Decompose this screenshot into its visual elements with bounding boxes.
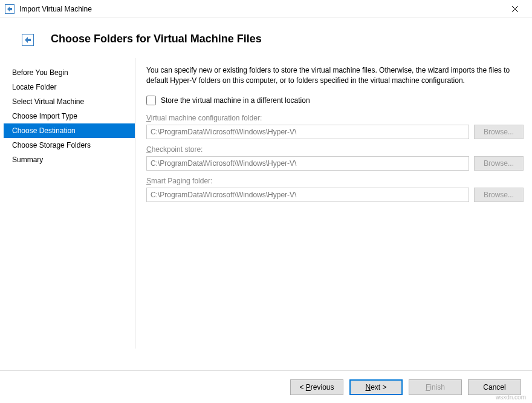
close-button[interactable] <box>503 1 527 18</box>
intro-text: You can specify new or existing folders … <box>146 65 524 86</box>
sidebar-item-before-you-begin[interactable]: Before You Begin <box>4 65 135 80</box>
smart-paging-label: Smart Paging folder: <box>146 177 524 185</box>
cancel-button[interactable]: Cancel <box>468 379 521 395</box>
smart-paging-browse-button: Browse... <box>474 188 524 202</box>
header: Choose Folders for Virtual Machine Files <box>0 18 532 58</box>
different-location-label[interactable]: Store the virtual machine in a different… <box>161 96 310 105</box>
config-folder-label: Virtual machine configuration folder: <box>146 114 524 122</box>
titlebar: Import Virtual Machine <box>0 0 532 18</box>
app-icon <box>5 4 15 14</box>
checkpoint-store-label: Checkpoint store: <box>146 145 524 154</box>
wizard-steps-sidebar: Before You Begin Locate Folder Select Vi… <box>4 58 135 349</box>
wizard-button-bar: < Previous Next > Finish Cancel <box>0 370 532 403</box>
watermark: wsxdn.com <box>496 394 526 401</box>
finish-button: Finish <box>409 379 462 395</box>
next-button[interactable]: Next > <box>349 379 403 395</box>
sidebar-item-select-virtual-machine[interactable]: Select Virtual Machine <box>4 94 135 109</box>
previous-button[interactable]: < Previous <box>290 379 343 395</box>
sidebar-item-locate-folder[interactable]: Locate Folder <box>4 80 135 94</box>
main-panel: You can specify new or existing folders … <box>135 58 532 349</box>
checkpoint-store-input <box>146 156 469 171</box>
window-title: Import Virtual Machine <box>19 5 503 13</box>
checkpoint-store-browse-button: Browse... <box>474 156 524 171</box>
sidebar-item-choose-storage-folders[interactable]: Choose Storage Folders <box>4 138 135 152</box>
config-folder-browse-button: BBrowse...rowse... <box>474 125 524 139</box>
config-folder-input <box>146 125 469 139</box>
different-location-checkbox[interactable] <box>146 96 156 105</box>
wizard-icon <box>22 34 34 46</box>
page-title: Choose Folders for Virtual Machine Files <box>51 33 262 45</box>
sidebar-item-choose-import-type[interactable]: Choose Import Type <box>4 109 135 123</box>
smart-paging-input <box>146 188 469 202</box>
sidebar-item-summary[interactable]: Summary <box>4 152 135 167</box>
sidebar-item-choose-destination[interactable]: Choose Destination <box>4 123 135 138</box>
